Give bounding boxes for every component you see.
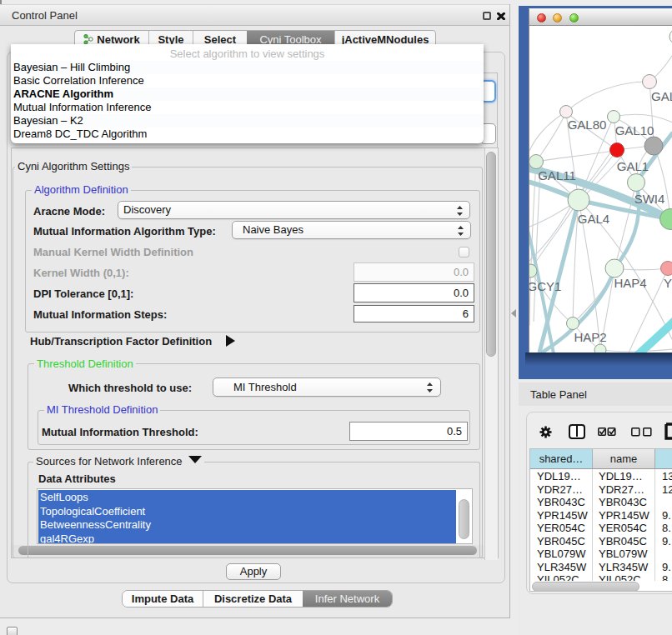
svg-text:GAL7: GAL7 <box>651 89 672 103</box>
svg-text:GAL11: GAL11 <box>538 168 576 182</box>
svg-text:GAL80: GAL80 <box>568 118 607 132</box>
svg-text:Y: Y <box>664 276 672 290</box>
svg-text:GCY1: GCY1 <box>529 279 561 293</box>
svg-text:GAL4: GAL4 <box>578 212 609 226</box>
svg-text:HAP4: HAP4 <box>614 276 646 290</box>
svg-text:GAL10: GAL10 <box>615 123 654 138</box>
svg-text:SWI4: SWI4 <box>634 192 665 206</box>
svg-text:HAP2: HAP2 <box>574 330 606 344</box>
svg-text:GAL1: GAL1 <box>617 159 649 173</box>
